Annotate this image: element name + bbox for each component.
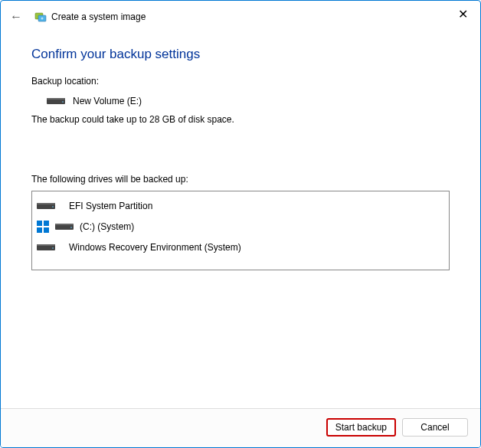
svg-point-18: [52, 247, 54, 249]
content-area: Confirm your backup settings Backup loca…: [1, 30, 480, 408]
drive-name: EFI System Partition: [69, 201, 152, 211]
size-note: The backup could take up to 28 GB of dis…: [31, 114, 450, 125]
svg-rect-12: [44, 227, 49, 233]
list-item: (C:) (System): [35, 216, 446, 237]
svg-rect-17: [37, 244, 55, 246]
footer: Start backup Cancel: [1, 408, 480, 447]
system-image-icon: [34, 11, 47, 23]
start-backup-button[interactable]: Start backup: [326, 418, 396, 437]
button-label: Cancel: [420, 422, 449, 433]
drive-name: (C:) (System): [80, 221, 134, 232]
svg-rect-4: [47, 98, 65, 100]
backup-location-value: New Volume (E:): [73, 96, 142, 106]
drive-icon: [37, 243, 55, 252]
drive-icon: [37, 201, 55, 211]
drive-name: Windows Recovery Environment (System): [69, 242, 241, 253]
svg-rect-10: [44, 221, 49, 226]
svg-point-8: [52, 206, 54, 208]
cancel-button[interactable]: Cancel: [402, 418, 468, 437]
drive-icon: [47, 96, 65, 106]
back-arrow-icon[interactable]: ←: [8, 8, 24, 25]
svg-point-15: [70, 227, 72, 228]
page-heading: Confirm your backup settings: [31, 47, 450, 62]
svg-rect-9: [37, 221, 42, 226]
svg-point-5: [62, 101, 64, 103]
drives-list-label: The following drives will be backed up:: [31, 174, 450, 185]
svg-rect-14: [55, 224, 74, 225]
drive-icon: [55, 222, 74, 231]
list-item: EFI System Partition: [35, 196, 446, 216]
windows-logo-icon: [37, 221, 49, 233]
titlebar: ← Create a system image ✕: [1, 1, 480, 30]
backup-location-row: New Volume (E:): [31, 94, 450, 108]
svg-point-2: [41, 18, 44, 20]
backup-location-label: Backup location:: [31, 76, 450, 87]
drives-listbox: EFI System Partition (C:) (System): [31, 191, 450, 270]
button-label: Start backup: [335, 422, 387, 433]
close-icon[interactable]: ✕: [451, 5, 474, 22]
svg-rect-7: [37, 203, 55, 204]
list-item: Windows Recovery Environment (System): [35, 237, 446, 257]
wizard-title: Create a system image: [51, 11, 146, 22]
svg-rect-11: [37, 227, 42, 233]
